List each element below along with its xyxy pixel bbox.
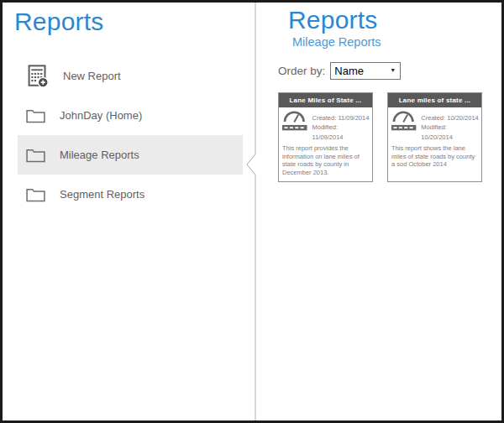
report-card-dates: Created: 11/09/2014 Modified: 11/09/2014	[312, 111, 370, 142]
report-card-description: This report shows the lane miles of stat…	[388, 143, 481, 173]
speedometer-icon	[391, 111, 417, 133]
modified-value: 11/09/2014	[312, 133, 344, 141]
created-value: 11/09/2014	[338, 114, 369, 122]
report-card-title: Lane miles of state ...	[388, 93, 481, 107]
report-card-dates: Created: 10/20/2014 Modified: 10/20/2014	[421, 111, 479, 142]
report-card[interactable]: Lane Miles of State ...	[278, 92, 373, 182]
modified-value: 10/20/2014	[421, 133, 453, 141]
reports-window: Reports New Report	[0, 0, 504, 423]
panel-divider-chevron	[246, 3, 256, 420]
sidebar-menu: New Report JohnDay (Home) Mileage Report…	[3, 56, 255, 214]
order-by-select[interactable]: Name	[330, 62, 401, 80]
sidebar-item-label: Segment Reports	[60, 188, 144, 201]
report-card[interactable]: Lane miles of state ...	[387, 92, 482, 182]
main-panel: Reports Mileage Reports Order by: Name ▼…	[256, 3, 501, 420]
speedometer-icon	[281, 111, 308, 133]
folder-icon	[26, 187, 45, 202]
order-by-label: Order by:	[278, 65, 325, 77]
page-title: Reports	[288, 6, 501, 34]
folder-icon	[26, 148, 45, 163]
sidebar-item-label: Mileage Reports	[60, 149, 139, 161]
report-card-title: Lane Miles of State ...	[279, 93, 372, 107]
breadcrumb-current-folder: Mileage Reports	[292, 35, 501, 49]
order-by-row: Order by: Name ▼	[278, 62, 501, 80]
new-report-icon	[26, 64, 49, 88]
sidebar-item-label: New Report	[63, 70, 121, 82]
report-cards: Lane Miles of State ...	[278, 92, 501, 182]
sidebar-title: Reports	[14, 8, 255, 36]
report-card-info: Created: 10/20/2014 Modified: 10/20/2014	[388, 107, 481, 143]
created-label: Created:	[312, 114, 337, 122]
folder-icon	[26, 108, 45, 123]
sidebar-item-new-report[interactable]: New Report	[18, 56, 243, 96]
modified-label: Modified:	[421, 123, 446, 131]
sidebar: Reports New Report	[3, 3, 255, 420]
report-card-info: Created: 11/09/2014 Modified: 11/09/2014	[279, 107, 372, 143]
sidebar-item-johnday-home[interactable]: JohnDay (Home)	[18, 96, 243, 135]
created-value: 10/20/2014	[447, 114, 479, 122]
sidebar-item-mileage-reports[interactable]: Mileage Reports	[18, 135, 243, 175]
order-by-select-wrap: Name ▼	[330, 62, 401, 80]
created-label: Created:	[421, 114, 445, 122]
report-card-description: This report provides the information on …	[279, 143, 372, 181]
sidebar-item-segment-reports[interactable]: Segment Reports	[18, 175, 243, 214]
modified-label: Modified:	[312, 123, 338, 131]
sidebar-item-label: JohnDay (Home)	[60, 109, 142, 122]
